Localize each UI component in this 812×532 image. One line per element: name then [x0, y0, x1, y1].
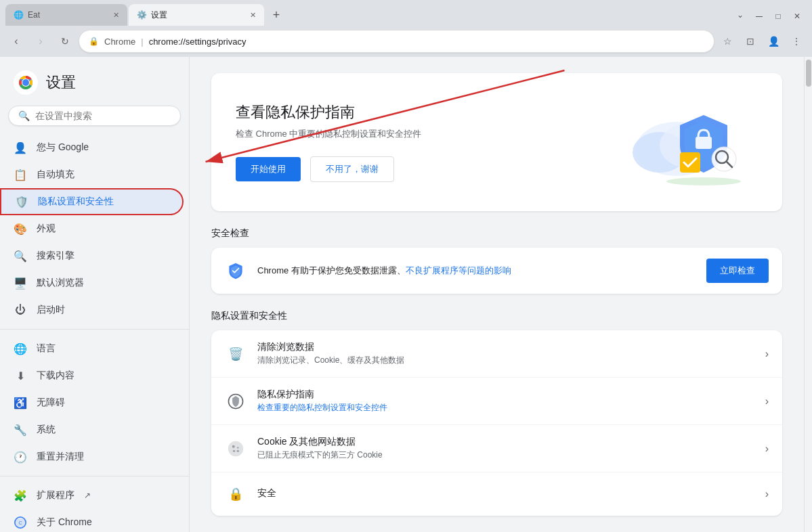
card-desc: 检查 Chrome 中重要的隐私控制设置和安全控件	[236, 128, 602, 140]
sidebar-item-startup[interactable]: ⏻ 启动时	[0, 296, 184, 324]
sidebar-item-about[interactable]: C 关于 Chrome	[0, 509, 184, 532]
search-input[interactable]	[35, 110, 171, 121]
bookmark-star[interactable]: ☆	[717, 31, 738, 51]
cookies-text: Cookie 及其他网站数据 已阻止无痕模式下的第三方 Cookie	[257, 436, 754, 461]
sidebar-label-search: 搜索引擎	[37, 250, 74, 262]
you-google-icon: 👤	[14, 141, 27, 154]
svg-point-3	[22, 79, 29, 86]
start-button[interactable]: 开始使用	[236, 157, 301, 181]
clear-browsing-subtitle: 清除浏览记录、Cookie、缓存及其他数据	[257, 355, 754, 366]
privacy-section-header: 隐私设置和安全性	[211, 310, 782, 322]
search-icon: 🔍	[18, 110, 30, 121]
about-icon: C	[14, 516, 27, 529]
tab-inactive[interactable]: 🌐 Eat ✕	[5, 4, 127, 26]
scrollbar[interactable]	[804, 57, 812, 532]
reload-button[interactable]: ↻	[54, 30, 76, 52]
clear-browsing-title: 清除浏览数据	[257, 341, 754, 353]
svg-point-19	[228, 441, 242, 456]
main-content: 查看隐私保护指南 检查 Chrome 中重要的隐私控制设置和安全控件 开始使用 …	[190, 57, 804, 532]
address-bar[interactable]: 🔒 Chrome | chrome://settings/privacy	[79, 30, 714, 53]
search-engine-icon: 🔍	[14, 249, 27, 263]
search-input-container[interactable]: 🔍	[8, 106, 181, 126]
tab-inactive-close[interactable]: ✕	[113, 11, 119, 20]
safety-check-label: Chrome 有助于保护您免受数据泄露、不良扩展程序等问题的影响	[257, 265, 511, 275]
window-close[interactable]: ✕	[788, 7, 807, 26]
profile-icon[interactable]: 👤	[763, 31, 784, 51]
clear-browsing-text: 清除浏览数据 清除浏览记录、Cookie、缓存及其他数据	[257, 341, 754, 366]
safety-text-link[interactable]: 不良扩展程序等问题的影响	[406, 265, 511, 275]
privacy-guide-text: 隐私保护指南 检查重要的隐私控制设置和安全控件	[257, 389, 754, 414]
sidebar-item-system[interactable]: 🔧 系统	[0, 416, 184, 443]
tab-active-favicon: ⚙️	[137, 10, 147, 20]
safety-text-prefix: Chrome 有助于保护您免受数据泄露、	[257, 265, 406, 275]
sidebar-label-you-google: 您与 Google	[37, 141, 89, 154]
nav-divider-2	[0, 476, 189, 476]
default-browser-icon: 🖥️	[14, 276, 27, 290]
security-item[interactable]: 🔒 安全 ›	[211, 472, 782, 516]
svg-point-20	[232, 445, 235, 447]
sidebar-item-accessibility[interactable]: ♿ 无障碍	[0, 389, 184, 416]
tab-active-label: 设置	[151, 9, 167, 21]
cookies-title: Cookie 及其他网站数据	[257, 436, 754, 448]
sidebar-item-privacy[interactable]: 🛡️ 隐私设置和安全性 ◄	[0, 188, 184, 215]
sidebar-item-you-google[interactable]: 👤 您与 Google	[0, 134, 184, 161]
chrome-menu[interactable]: ⋮	[786, 31, 807, 51]
system-icon: 🔧	[14, 423, 27, 437]
split-tab-icon[interactable]: ⊡	[740, 31, 761, 51]
sidebar-item-language[interactable]: 🌐 语言	[0, 335, 184, 362]
privacy-guide-item-subtitle: 检查重要的隐私控制设置和安全控件	[257, 402, 754, 414]
reset-icon: 🕐	[14, 450, 27, 464]
tab-active-close[interactable]: ✕	[250, 11, 256, 20]
privacy-guide-icon	[225, 391, 247, 412]
downloads-icon: ⬇	[14, 369, 27, 382]
address-bar-row: ‹ › ↻ 🔒 Chrome | chrome://settings/priva…	[0, 26, 812, 57]
security-text: 安全	[257, 487, 754, 501]
nav-divider-1	[0, 329, 189, 330]
appearance-icon: 🎨	[14, 222, 27, 236]
safety-check-card: Chrome 有助于保护您免受数据泄露、不良扩展程序等问题的影响 立即检查	[211, 248, 782, 294]
scroll-thumb[interactable]	[806, 60, 811, 87]
chrome-menu-btn[interactable]: ⌄	[731, 5, 750, 24]
safety-check-text: Chrome 有助于保护您免受数据泄露、不良扩展程序等问题的影响	[257, 265, 696, 277]
card-text-area: 查看隐私保护指南 检查 Chrome 中重要的隐私控制设置和安全控件 开始使用 …	[236, 102, 602, 182]
new-tab-button[interactable]: +	[267, 5, 286, 24]
settings-header: 设置	[0, 57, 189, 106]
window-maximize[interactable]: □	[769, 7, 788, 26]
nav-list: 👤 您与 Google 📋 自动填充 🛡️ 隐私设置和安全性 ◄ 🎨 外观 🔍 …	[0, 134, 189, 532]
privacy-guide-item-title: 隐私保护指南	[257, 389, 754, 401]
settings-page: 设置 🔍 👤 您与 Google 📋 自动填充 🛡️ 隐私设置和安全性	[0, 57, 812, 532]
svg-point-21	[237, 447, 238, 448]
back-button[interactable]: ‹	[5, 30, 27, 52]
tab-bar: 🌐 Eat ✕ ⚙️ 设置 ✕ + ⌄ ─ □ ✕	[0, 0, 812, 26]
language-icon: 🌐	[14, 342, 27, 355]
sidebar-item-browser[interactable]: 🖥️ 默认浏览器	[0, 269, 184, 296]
sidebar-label-appearance: 外观	[37, 223, 56, 235]
sidebar-item-autofill[interactable]: 📋 自动填充	[0, 161, 184, 188]
address-divider: |	[141, 37, 143, 47]
sidebar-item-search[interactable]: 🔍 搜索引擎	[0, 242, 184, 269]
sidebar-label-downloads: 下载内容	[37, 370, 74, 382]
forward-button[interactable]: ›	[30, 30, 51, 52]
clear-browsing-item[interactable]: 🗑️ 清除浏览数据 清除浏览记录、Cookie、缓存及其他数据 ›	[211, 330, 782, 378]
tab-active[interactable]: ⚙️ 设置 ✕	[129, 4, 264, 26]
clear-browsing-chevron: ›	[765, 348, 769, 360]
sidebar-label-language: 语言	[37, 342, 56, 355]
autofill-icon: 📋	[14, 168, 27, 181]
sidebar-item-appearance[interactable]: 🎨 外观	[0, 215, 184, 242]
tab-inactive-favicon: 🌐	[14, 10, 24, 20]
window-minimize[interactable]: ─	[750, 7, 769, 26]
privacy-guide-item[interactable]: 隐私保护指南 检查重要的隐私控制设置和安全控件 ›	[211, 378, 782, 425]
settings-title: 设置	[46, 72, 76, 93]
sidebar: 设置 🔍 👤 您与 Google 📋 自动填充 🛡️ 隐私设置和安全性	[0, 57, 190, 532]
sidebar-item-reset[interactable]: 🕐 重置并清理	[0, 443, 184, 470]
cookies-item[interactable]: Cookie 及其他网站数据 已阻止无痕模式下的第三方 Cookie ›	[211, 425, 782, 472]
chrome-logo	[14, 70, 38, 95]
check-now-button[interactable]: 立即检查	[706, 259, 769, 283]
sidebar-item-extensions[interactable]: 🧩 扩展程序 ↗	[0, 482, 184, 509]
startup-icon: ⏻	[14, 303, 27, 317]
dismiss-button[interactable]: 不用了，谢谢	[310, 156, 394, 182]
privacy-icon: 🛡️	[15, 195, 28, 208]
safety-check-item: Chrome 有助于保护您免受数据泄露、不良扩展程序等问题的影响 立即检查	[225, 248, 769, 294]
privacy-guide-subtitle-link[interactable]: 检查重要的隐私控制设置和安全控件	[257, 403, 387, 412]
sidebar-item-downloads[interactable]: ⬇ 下载内容	[0, 362, 184, 389]
